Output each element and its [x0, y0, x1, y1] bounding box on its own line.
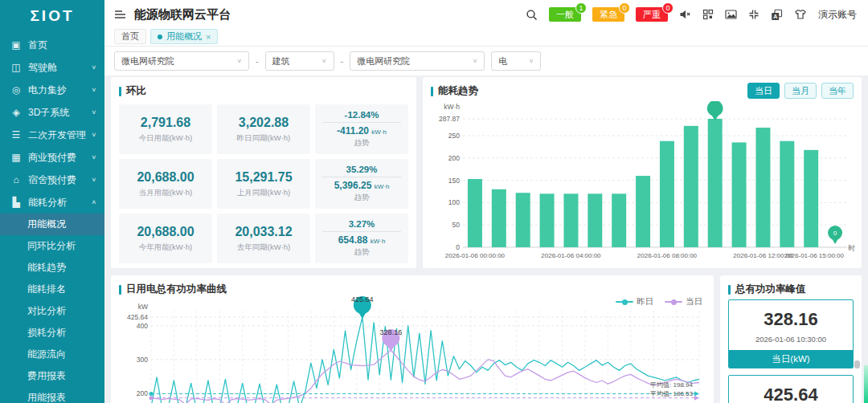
svg-text:0: 0 [833, 230, 837, 237]
svg-text:2026-01-06 15:00:00: 2026-01-06 15:00:00 [784, 252, 845, 259]
main-area: 能源物联网云平台 一般 1 紧急 0 严重 0 [104, 0, 868, 403]
sidebar-item-energy-ranking[interactable]: 能耗排名 [0, 279, 104, 300]
tab-usage-overview[interactable]: 用能概况 × [150, 29, 218, 44]
sidebar-item-3d-subsystem[interactable]: ◈ 3D子系统 ∨ [0, 101, 104, 124]
sidebar-item-yoy-analysis[interactable]: 同环比分析 [0, 235, 104, 257]
energy-trend-bar-chart[interactable]: 050100150200250287.87kW·h2026-01-06 00:0… [428, 101, 857, 267]
legend-today[interactable]: 当日 [665, 296, 702, 307]
panel-power-peak-title: 总有功功率峰值 [735, 283, 806, 296]
sidebar-item-usage-report[interactable]: 用能报表 [0, 387, 104, 403]
svg-text:425.64: 425.64 [127, 313, 148, 321]
svg-text:300: 300 [137, 356, 148, 364]
chevron-down-icon: ∨ [91, 154, 96, 161]
sidebar-item-cost-report[interactable]: 费用报表 [0, 365, 104, 387]
svg-text:287.87: 287.87 [439, 115, 460, 123]
panel-energy-trend-title: 能耗趋势 [438, 84, 478, 98]
panel-scrollbar-thumb[interactable] [854, 360, 860, 368]
alarm-urgent-count: 0 [619, 2, 630, 14]
building-icon: ▦ [10, 152, 23, 163]
screenshot-icon[interactable] [725, 9, 737, 20]
peak-yesterday-value: 425.64 [729, 385, 853, 403]
sidebar-item-loss-analysis[interactable]: 损耗分析 [0, 322, 104, 344]
range-day-button[interactable]: 当日 [747, 83, 780, 99]
chevron-down-icon: ∨ [91, 132, 96, 138]
stat-grid: 2,791.68 今日用能(kW·h) 3,202.88 昨日同期(kW·h) … [119, 104, 408, 263]
filter-separator: - [256, 56, 259, 66]
title-accent [119, 87, 121, 96]
sidebar-item-cockpit[interactable]: ◫ 驾驶舱 ∨ [0, 56, 104, 79]
panel-comparison-title: 环比 [126, 84, 146, 98]
curve-legend: 昨日 当日 [616, 296, 702, 307]
stat-card-last-month: 15,291.75 上月同期(kW·h) [217, 159, 310, 209]
panel-comparison: 环比 2,791.68 今日用能(kW·h) 3,202.88 昨日同期(kW·… [111, 77, 416, 268]
sidebar-item-dev-management[interactable]: ☰ 二次开发管理 ∨ [0, 124, 104, 146]
range-year-button[interactable]: 当年 [821, 83, 854, 99]
svg-text:2026-01-06 08:00:00: 2026-01-06 08:00:00 [637, 252, 698, 259]
svg-text:A: A [773, 14, 777, 19]
theme-shirt-icon[interactable] [794, 9, 807, 20]
sidebar-item-meter-reading[interactable]: ◎ 电力集抄 ∨ [0, 79, 104, 101]
trend-range-buttons: 当日 当月 当年 [747, 83, 854, 99]
collapse-menu-icon[interactable] [114, 9, 126, 20]
search-icon[interactable] [526, 9, 538, 21]
cube-3d-icon: ◈ [10, 107, 23, 118]
sidebar-item-energy-trend[interactable]: 能耗趋势 [0, 257, 104, 279]
sidebar-item-business-prepay[interactable]: ▦ 商业预付费 ∨ [0, 146, 104, 169]
stat-card-month: 20,688.00 当月用能(kW·h) [119, 159, 212, 209]
alarm-critical-button[interactable]: 严重 0 [636, 7, 668, 22]
sidebar-item-compare-analysis[interactable]: 对比分析 [0, 300, 104, 322]
stat-card-today: 2,791.68 今日用能(kW·h) [119, 104, 212, 154]
meter-icon: ◎ [10, 84, 23, 96]
range-month-button[interactable]: 当月 [784, 83, 817, 99]
fullscreen-icon[interactable] [748, 9, 760, 20]
alarm-general-button[interactable]: 一般 1 [549, 7, 581, 22]
grid-apps-icon[interactable] [702, 9, 714, 20]
svg-text:200: 200 [137, 389, 148, 397]
sidebar-item-home[interactable]: ▣ 首页 [0, 34, 104, 56]
node-select[interactable]: 微电网研究院 ∨ [350, 51, 485, 71]
sidebar-item-dorm-prepay[interactable]: ⌂ 宿舍预付费 ∨ [0, 169, 104, 191]
chevron-down-icon: ∨ [91, 64, 96, 71]
tab-home[interactable]: 首页 [114, 29, 146, 44]
svg-text:250: 250 [448, 132, 460, 140]
sidebar-item-usage-overview[interactable]: 用能概况 [0, 214, 104, 235]
peak-today-time: 2026-01-06 10:30:00 [729, 335, 853, 344]
svg-text:328.16: 328.16 [380, 328, 403, 336]
chevron-down-icon: ∨ [236, 58, 242, 64]
mute-icon[interactable] [679, 9, 691, 20]
sidebar-submenu: 用能概况 同环比分析 能耗趋势 能耗排名 对比分析 损耗分析 能源流向 费用报表… [0, 214, 104, 403]
sidebar-item-energy-analysis[interactable]: ▙ 能耗分析 ∧ [0, 191, 104, 214]
energy-type-select[interactable]: 电 ∨ [491, 51, 541, 71]
floating-edge-handle[interactable] [864, 365, 868, 403]
svg-text:100: 100 [448, 198, 460, 206]
chevron-down-icon: ∨ [473, 58, 478, 64]
sidebar: ΣIOT ▣ 首页 ◫ 驾驶舱 ∨ ◎ 电力集抄 ∨ ◈ 3D子系统 ∨ [0, 0, 104, 403]
language-icon[interactable]: A [771, 9, 783, 21]
peak-today-value: 328.16 [729, 309, 853, 330]
svg-text:平均值: 186.53: 平均值: 186.53 [650, 390, 693, 397]
legend-yesterday[interactable]: 昨日 [616, 296, 653, 307]
sidebar-item-energy-flow[interactable]: 能源流向 [0, 344, 104, 365]
alarm-urgent-button[interactable]: 紧急 0 [592, 7, 624, 22]
org-select[interactable]: 微电网研究院 ∨ [114, 51, 249, 71]
close-tab-icon[interactable]: × [206, 32, 211, 42]
chevron-down-icon: ∨ [91, 87, 96, 93]
chevron-down-icon: ∨ [91, 109, 96, 116]
header-actions: 一般 1 紧急 0 严重 0 [526, 7, 868, 22]
svg-text:150: 150 [448, 177, 460, 185]
svg-text:时: 时 [849, 244, 856, 252]
active-tab-dot [158, 35, 162, 39]
stat-card-year: 20,688.00 今年用能(kW·h) [119, 214, 212, 263]
building-select[interactable]: 建筑 ∨ [265, 51, 334, 71]
panel-power-curve: 日用电总有功功率曲线 昨日 当日 200300400425.64kW平均值: 1… [111, 275, 714, 403]
chevron-down-icon: ∨ [529, 58, 534, 64]
tab-bar: 首页 用能概况 × [104, 29, 868, 47]
house-icon: ⌂ [10, 174, 23, 185]
home-icon: ▣ [10, 39, 23, 51]
account-name[interactable]: 演示账号 [818, 8, 857, 22]
stat-card-yesterday: 3,202.88 昨日同期(kW·h) [217, 104, 310, 154]
peak-card-yesterday: 425.64 [728, 375, 854, 403]
filter-separator: - [341, 56, 344, 66]
svg-text:kW·h: kW·h [444, 103, 460, 111]
svg-text:200: 200 [448, 154, 460, 162]
